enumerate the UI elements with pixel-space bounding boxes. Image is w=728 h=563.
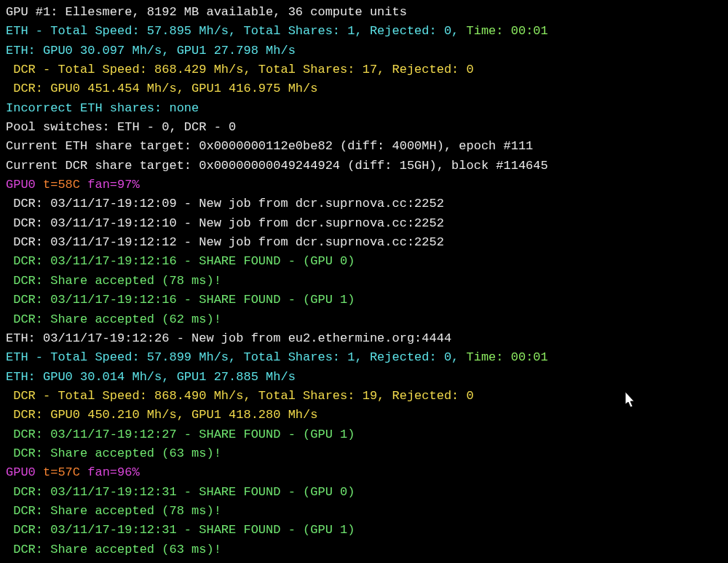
terminal-output: GPU #1: Ellesmere, 8192 MB available, 36… <box>6 3 722 559</box>
eth-job-line: ETH: 03/11/17-19:12:26 - New job from eu… <box>6 329 722 348</box>
dcr-share-accepted-line: DCR: Share accepted (63 ms)! <box>6 444 722 463</box>
pool-switches-line: Pool switches: ETH - 0, DCR - 0 <box>6 118 722 137</box>
dcr-job-line: DCR: 03/11/17-19:12:12 - New job from dc… <box>6 233 722 252</box>
dcr-share-accepted-line: DCR: Share accepted (78 ms)! <box>6 502 722 521</box>
eth-per-gpu-line: ETH: GPU0 30.014 Mh/s, GPU1 27.885 Mh/s <box>6 368 722 387</box>
dcr-share-accepted-line: DCR: Share accepted (62 ms)! <box>6 310 722 329</box>
gpu-status-line: GPU0 t=58C fan=97% <box>6 176 722 194</box>
dcr-job-line: DCR: 03/11/17-19:12:10 - New job from dc… <box>6 214 722 233</box>
incorrect-eth-line: Incorrect ETH shares: none <box>6 99 722 118</box>
eth-time-text: Time: 00:01 <box>467 350 548 364</box>
eth-total-line: ETH - Total Speed: 57.895 Mh/s, Total Sh… <box>6 22 722 41</box>
gpu-label: GPU0 <box>6 178 43 192</box>
gpu-label: GPU0 <box>6 465 43 479</box>
dcr-per-gpu-line: DCR: GPU0 450.210 Mh/s, GPU1 418.280 Mh/… <box>6 406 722 425</box>
eth-per-gpu-line: ETH: GPU0 30.097 Mh/s, GPU1 27.798 Mh/s <box>6 42 722 60</box>
gpu-fan: fan=97% <box>87 178 139 192</box>
dcr-total-line: DCR - Total Speed: 868.490 Mh/s, Total S… <box>6 387 722 406</box>
dcr-share-found-line: DCR: 03/11/17-19:12:16 - SHARE FOUND - (… <box>6 291 722 310</box>
dcr-share-found-line: DCR: 03/11/17-19:12:31 - SHARE FOUND - (… <box>6 483 722 502</box>
eth-time-text: Time: 00:01 <box>467 24 548 38</box>
dcr-share-found-line: DCR: 03/11/17-19:12:16 - SHARE FOUND - (… <box>6 252 722 271</box>
dcr-share-found-line: DCR: 03/11/17-19:12:27 - SHARE FOUND - (… <box>6 425 722 444</box>
dcr-target-line: Current DCR share target: 0x000000000492… <box>6 157 722 176</box>
eth-total-text: ETH - Total Speed: 57.899 Mh/s, Total Sh… <box>6 350 467 364</box>
dcr-job-line: DCR: 03/11/17-19:12:09 - New job from dc… <box>6 194 722 213</box>
dcr-share-accepted-line: DCR: Share accepted (63 ms)! <box>6 540 722 559</box>
eth-total-line: ETH - Total Speed: 57.899 Mh/s, Total Sh… <box>6 348 722 367</box>
eth-total-text: ETH - Total Speed: 57.895 Mh/s, Total Sh… <box>6 24 467 38</box>
dcr-share-found-line: DCR: 03/11/17-19:12:31 - SHARE FOUND - (… <box>6 521 722 540</box>
eth-target-line: Current ETH share target: 0x0000000112e0… <box>6 137 722 156</box>
dcr-per-gpu-line: DCR: GPU0 451.454 Mh/s, GPU1 416.975 Mh/… <box>6 79 722 98</box>
dcr-total-line: DCR - Total Speed: 868.429 Mh/s, Total S… <box>6 60 722 79</box>
gpu-fan: fan=96% <box>87 465 139 479</box>
gpu-info-line: GPU #1: Ellesmere, 8192 MB available, 36… <box>6 3 722 22</box>
dcr-share-accepted-line: DCR: Share accepted (78 ms)! <box>6 272 722 291</box>
gpu-temp: t=58C <box>43 178 87 192</box>
gpu-temp: t=57C <box>43 465 87 479</box>
gpu-status-line: GPU0 t=57C fan=96% <box>6 463 722 482</box>
